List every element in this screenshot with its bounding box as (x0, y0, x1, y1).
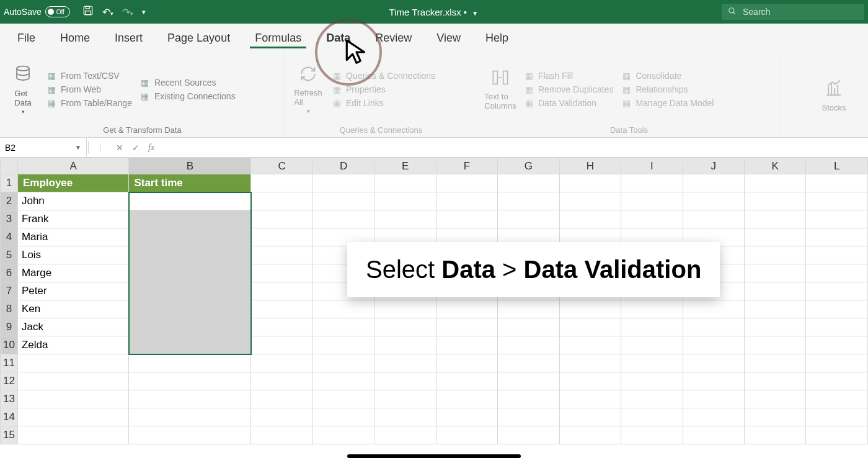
cell-E14[interactable] (374, 408, 436, 426)
cell-C5[interactable] (251, 246, 312, 264)
cell-J13[interactable] (683, 390, 744, 408)
cell-J8[interactable] (683, 300, 744, 318)
cell-G1[interactable] (498, 174, 559, 192)
cell-A11[interactable] (17, 354, 128, 372)
cell-E15[interactable] (374, 426, 436, 444)
cell-H2[interactable] (559, 192, 621, 210)
refresh-all-button[interactable]: RefreshAll ▾ (293, 56, 324, 123)
cell-A7[interactable]: Peter (17, 282, 128, 300)
cell-F3[interactable] (436, 210, 497, 228)
cell-I8[interactable] (621, 300, 683, 318)
row-header-1[interactable]: 1 (1, 174, 18, 192)
cell-G2[interactable] (498, 192, 559, 210)
cell-A6[interactable]: Marge (17, 264, 128, 282)
cell-A9[interactable]: Jack (17, 318, 128, 336)
cell-K11[interactable] (744, 354, 805, 372)
cell-D13[interactable] (312, 390, 374, 408)
cell-H14[interactable] (559, 408, 621, 426)
cell-L6[interactable] (806, 264, 868, 282)
cell-L11[interactable] (806, 354, 868, 372)
cell-D9[interactable] (312, 318, 374, 336)
cell-I11[interactable] (621, 354, 683, 372)
cell-C4[interactable] (251, 228, 312, 246)
cell-B1[interactable]: Start time (129, 174, 251, 192)
cell-L14[interactable] (806, 408, 868, 426)
cell-K12[interactable] (744, 372, 805, 390)
row-header-9[interactable]: 9 (1, 318, 18, 336)
cell-A1[interactable]: Employee (17, 174, 128, 192)
cell-H12[interactable] (559, 372, 621, 390)
cell-B5[interactable] (129, 246, 251, 264)
ribbon-cmd-from-table-range[interactable]: ▦From Table/Range (46, 98, 132, 108)
col-header-B[interactable]: B (129, 158, 251, 174)
save-icon[interactable] (82, 5, 94, 19)
cell-G13[interactable] (498, 390, 559, 408)
cell-F12[interactable] (436, 372, 497, 390)
cell-I9[interactable] (621, 318, 683, 336)
cell-B14[interactable] (129, 408, 251, 426)
ribbon-cmd-relationships[interactable]: ▦Relationships (621, 84, 714, 94)
cell-H10[interactable] (559, 336, 621, 354)
cell-E11[interactable] (374, 354, 436, 372)
row-header-13[interactable]: 13 (1, 390, 18, 408)
cell-B13[interactable] (129, 390, 251, 408)
cell-J2[interactable] (683, 192, 744, 210)
cell-B9[interactable] (129, 318, 251, 336)
cell-E9[interactable] (374, 318, 436, 336)
spreadsheet-grid[interactable]: ABCDEFGHIJKL1EmployeeStart time2John3Fra… (0, 158, 868, 463)
row-header-15[interactable]: 15 (1, 426, 18, 444)
cell-E13[interactable] (374, 390, 436, 408)
ribbon-cmd-existing-connections[interactable]: ▦Existing Connections (140, 91, 236, 101)
cell-K10[interactable] (744, 336, 805, 354)
text-to-columns-button[interactable]: Text toColumns (485, 56, 516, 123)
cell-J12[interactable] (683, 372, 744, 390)
formula-input[interactable] (162, 138, 868, 157)
tab-help[interactable]: Help (473, 24, 521, 52)
stocks-button[interactable]: Stocks (818, 56, 849, 135)
cell-C2[interactable] (251, 192, 312, 210)
cell-C6[interactable] (251, 264, 312, 282)
row-header-5[interactable]: 5 (1, 246, 18, 264)
cell-G14[interactable] (498, 408, 559, 426)
tab-insert[interactable]: Insert (102, 24, 155, 52)
col-header-J[interactable]: J (683, 158, 744, 174)
col-header-E[interactable]: E (374, 158, 436, 174)
cell-L1[interactable] (806, 174, 868, 192)
row-header-4[interactable]: 4 (1, 228, 18, 246)
cell-J3[interactable] (683, 210, 744, 228)
cell-K2[interactable] (744, 192, 805, 210)
ribbon-cmd-edit-links[interactable]: ▦Edit Links (331, 98, 435, 108)
cell-F9[interactable] (436, 318, 497, 336)
ribbon-cmd-queries-connections[interactable]: ▦Queries & Connections (331, 71, 435, 81)
cell-C3[interactable] (251, 210, 312, 228)
cell-G10[interactable] (498, 336, 559, 354)
cell-I14[interactable] (621, 408, 683, 426)
get-data-button[interactable]: GetData ▾ (7, 56, 38, 123)
cell-E12[interactable] (374, 372, 436, 390)
cell-A14[interactable] (17, 408, 128, 426)
cell-K9[interactable] (744, 318, 805, 336)
cell-K4[interactable] (744, 228, 805, 246)
cell-C10[interactable] (251, 336, 312, 354)
cell-C12[interactable] (251, 372, 312, 390)
cell-C14[interactable] (251, 408, 312, 426)
row-header-3[interactable]: 3 (1, 210, 18, 228)
cell-D2[interactable] (312, 192, 374, 210)
cell-B8[interactable] (129, 300, 251, 318)
fx-icon[interactable]: fx (148, 143, 154, 153)
cell-F15[interactable] (436, 426, 497, 444)
title-dropdown-icon[interactable]: ▼ (472, 10, 478, 17)
cell-J10[interactable] (683, 336, 744, 354)
cell-L15[interactable] (806, 426, 868, 444)
cell-A10[interactable]: Zelda (17, 336, 128, 354)
col-header-A[interactable]: A (17, 158, 128, 174)
cell-F8[interactable] (436, 300, 497, 318)
cell-D3[interactable] (312, 210, 374, 228)
cell-B4[interactable] (129, 228, 251, 246)
cell-I3[interactable] (621, 210, 683, 228)
row-header-8[interactable]: 8 (1, 300, 18, 318)
row-header-11[interactable]: 11 (1, 354, 18, 372)
cell-J15[interactable] (683, 426, 744, 444)
col-header-L[interactable]: L (806, 158, 868, 174)
cell-B7[interactable] (129, 282, 251, 300)
